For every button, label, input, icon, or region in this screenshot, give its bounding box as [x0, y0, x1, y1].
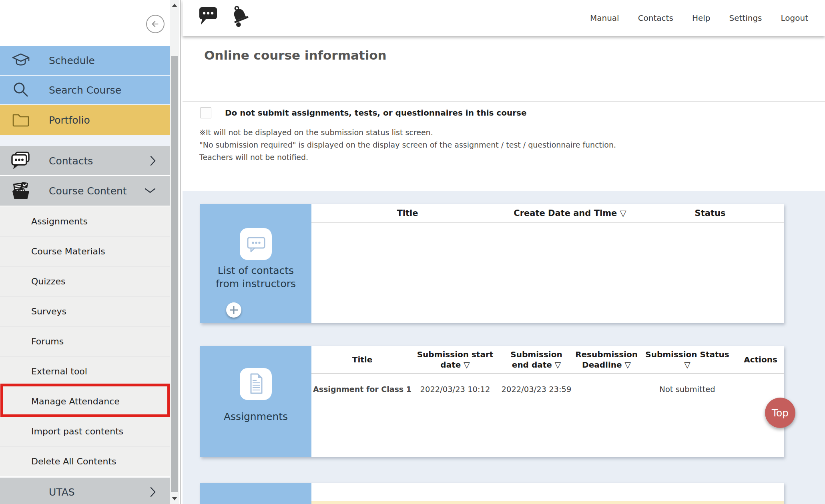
sidebar-main-divider [180, 0, 181, 504]
help-link[interactable]: Help [692, 13, 711, 23]
note-line: "No submission required" is displayed on… [199, 139, 616, 151]
sidebar-item-surveys[interactable]: Surveys [0, 296, 170, 326]
column-header-status[interactable]: Status [636, 204, 784, 222]
header-line: Resubmission [575, 349, 638, 360]
chevron-right-icon [149, 155, 157, 167]
assignments-card-panel: Assignments [200, 346, 311, 457]
settings-link[interactable]: Settings [729, 13, 762, 23]
plus-icon [226, 302, 241, 318]
scroll-down-arrow-icon[interactable] [172, 497, 177, 500]
messages-icon[interactable] [198, 4, 219, 27]
sidebar-item-import-past-contents[interactable]: Import past contents [0, 416, 170, 446]
next-section-table [311, 483, 784, 504]
next-section-panel [200, 483, 311, 504]
sidebar-item-label: Schedule [49, 55, 95, 66]
sidebar-item-label: UTAS [49, 486, 75, 498]
header-line: Submission [510, 349, 562, 360]
logout-link[interactable]: Logout [781, 13, 808, 23]
chat-bubbles-icon [10, 150, 31, 171]
add-contact-button[interactable] [226, 302, 241, 318]
sidebar-item-label: Manage Attendance [31, 396, 120, 406]
sidebar-item-quizzes[interactable]: Quizzes [0, 266, 170, 296]
graduation-cap-icon [10, 50, 31, 71]
sidebar-item-utas[interactable]: UTAS [0, 478, 170, 504]
scrollbar-thumb[interactable] [171, 56, 178, 492]
column-header-title[interactable]: Title [311, 204, 504, 222]
sidebar-item-schedule[interactable]: Schedule [0, 46, 170, 75]
sidebar-item-label: Surveys [31, 306, 66, 316]
column-header-resubmission-deadline[interactable]: Resubmission Deadline ▽ [576, 346, 637, 373]
manual-link[interactable]: Manual [590, 13, 619, 23]
sidebar-item-forums[interactable]: Forums [0, 326, 170, 356]
sidebar-item-manage-attendance[interactable]: Manage Attendance [0, 386, 170, 416]
sidebar-item-label: Quizzes [31, 276, 65, 286]
column-header-title[interactable]: Title [311, 346, 413, 373]
sidebar-item-label: Contacts [49, 155, 93, 166]
sidebar-item-label: Course Materials [31, 246, 105, 256]
sidebar-item-portfolio[interactable]: Portfolio [0, 105, 170, 135]
course-content-box-icon [10, 180, 31, 201]
contacts-link[interactable]: Contacts [638, 13, 673, 23]
note-line: ※It will not be displayed on the submiss… [199, 126, 616, 139]
do-not-submit-row: Do not submit assignments, tests, or que… [200, 107, 527, 118]
cell-submission-status: Not submitted [637, 374, 737, 405]
page-head: Online course information Do not submit … [183, 36, 825, 191]
assignments-card-label: Assignments [200, 410, 311, 423]
cell-title[interactable]: Assignment for Class 1 [311, 374, 413, 405]
scroll-up-arrow-icon[interactable] [172, 4, 177, 7]
topbar: Manual Contacts Help Settings Logout [183, 0, 825, 36]
sidebar-item-assignments[interactable]: Assignments [0, 206, 170, 236]
header-line: end date ▽ [512, 360, 561, 370]
contacts-table: Title Create Date and Time ▽ Status [311, 204, 784, 323]
document-tile-icon [240, 368, 272, 400]
notifications-bell-icon[interactable] [229, 4, 251, 27]
sidebar-item-label: Forums [31, 336, 64, 346]
assignments-card: Assignments Title Submission start date … [200, 346, 784, 457]
column-header-submission-start[interactable]: Submission start date ▽ [413, 346, 497, 373]
chevron-down-icon [144, 187, 157, 194]
sidebar-item-course-materials[interactable]: Course Materials [0, 236, 170, 266]
header-line: ▽ [684, 360, 690, 370]
sidebar-item-label: Delete All Contents [31, 456, 116, 466]
notes: ※It will not be displayed on the submiss… [199, 126, 616, 164]
sidebar-item-search-course[interactable]: Search Course [0, 76, 170, 104]
header-line: Submission Status [645, 349, 729, 360]
sidebar-item-label: Search Course [49, 84, 121, 96]
column-header-submission-end[interactable]: Submission end date ▽ [497, 346, 576, 373]
sidebar-item-label: Import past contents [31, 426, 123, 436]
contacts-table-header: Title Create Date and Time ▽ Status [311, 204, 784, 223]
sidebar-item-label: Assignments [31, 216, 88, 226]
column-header-submission-status[interactable]: Submission Status ▽ [637, 346, 737, 373]
page-title: Online course information [204, 48, 387, 62]
contacts-card-label: List of contacts from instructors [200, 264, 311, 290]
table-row: Assignment for Class 1 2022/03/23 10:12 … [311, 374, 784, 405]
sidebar-item-contacts[interactable]: Contacts [0, 146, 170, 175]
sidebar-scrollbar[interactable] [170, 0, 179, 504]
search-icon [10, 80, 31, 100]
topbar-links: Manual Contacts Help Settings Logout [590, 0, 808, 36]
scroll-to-top-button[interactable]: Top [765, 398, 795, 428]
header-line: Submission start [417, 349, 494, 360]
divider [183, 101, 825, 102]
cell-submission-start: 2022/03/23 10:12 [413, 374, 497, 405]
sidebar-item-course-content[interactable]: Course Content [0, 176, 170, 206]
course-content-submenu: Assignments Course Materials Quizzes Sur… [0, 206, 170, 476]
cell-submission-end: 2022/03/23 23:59 [497, 374, 576, 405]
screen: Schedule Search Course Portfolio [0, 0, 825, 504]
sidebar-item-external-tool[interactable]: External tool [0, 356, 170, 386]
assignments-table-header: Title Submission start date ▽ Submission… [311, 346, 784, 374]
do-not-submit-checkbox[interactable] [200, 107, 211, 118]
note-line: Teachers will not be notified. [199, 151, 616, 164]
column-header-create-date[interactable]: Create Date and Time ▽ [504, 204, 636, 222]
header-line: Deadline ▽ [582, 360, 631, 370]
chat-bubble-tile-icon [240, 228, 272, 260]
contacts-card-panel: List of contacts from instructors [200, 204, 311, 323]
sidebar-collapse-button[interactable] [146, 15, 165, 33]
sidebar-item-label: External tool [31, 366, 87, 376]
sidebar-gap [0, 135, 170, 146]
chevron-right-icon [149, 486, 157, 498]
column-header-actions[interactable]: Actions [737, 346, 784, 373]
assignments-table: Title Submission start date ▽ Submission… [311, 346, 784, 457]
sidebar-item-delete-all-contents[interactable]: Delete All Contents [0, 446, 170, 476]
content-area: List of contacts from instructors Title … [183, 191, 825, 504]
